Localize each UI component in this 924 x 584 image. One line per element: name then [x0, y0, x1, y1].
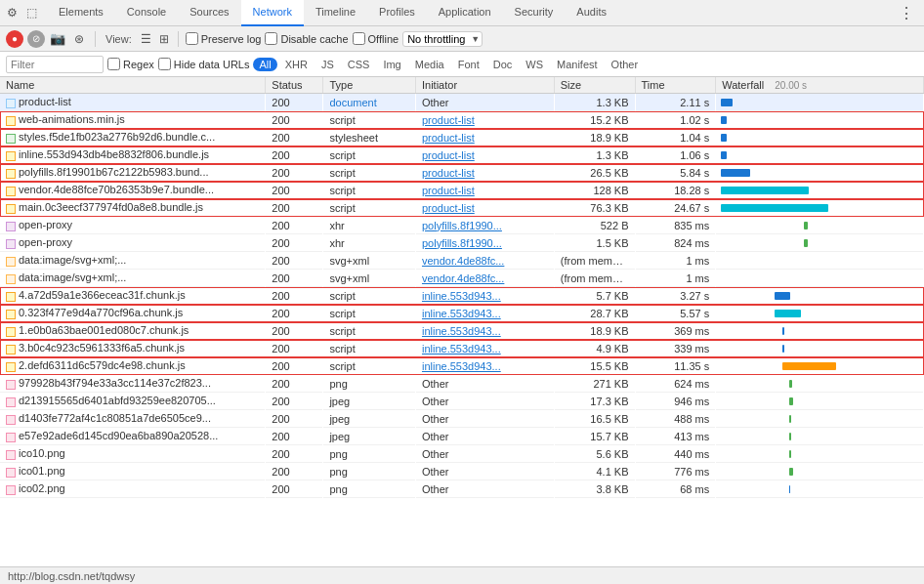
tab-elements[interactable]: Elements [47, 0, 115, 26]
table-row[interactable]: 3.b0c4c923c5961333f6a5.chunk.js200script… [0, 340, 924, 357]
table-row[interactable]: polyfills.8f19901b67c2122b5983.bund...20… [0, 164, 924, 182]
initiator-link[interactable]: inline.553d943... [422, 343, 501, 355]
table-row[interactable]: d213915565d6401abfd93259ee820705...200jp… [0, 393, 924, 410]
cell-initiator[interactable]: polyfills.8f1990... [415, 217, 554, 234]
initiator-link[interactable]: product-list [422, 149, 475, 161]
tab-application[interactable]: Application [427, 0, 503, 26]
filter-type-manifest[interactable]: Manifest [551, 58, 604, 71]
filter-type-doc[interactable]: Doc [487, 58, 519, 71]
filter-button[interactable]: ⊛ [70, 30, 88, 48]
devtools-icon[interactable]: ⚙ [4, 5, 20, 21]
disable-cache-check[interactable]: Disable cache [265, 32, 348, 45]
cell-initiator[interactable]: inline.553d943... [415, 357, 554, 375]
filter-type-ws[interactable]: WS [520, 58, 549, 71]
filter-type-css[interactable]: CSS [342, 58, 376, 71]
table-row[interactable]: 2.defd6311d6c579dc4e98.chunk.js200script… [0, 357, 924, 375]
cell-initiator[interactable]: polyfills.8f1990... [415, 234, 554, 252]
initiator-link[interactable]: polyfills.8f1990... [422, 220, 502, 231]
initiator-link[interactable]: product-list [422, 132, 475, 144]
table-row[interactable]: 4.a72d59a1e366eceac31f.chunk.js200script… [0, 287, 924, 305]
filter-input[interactable] [6, 56, 104, 73]
initiator-link[interactable]: product-list [422, 114, 475, 126]
col-header-status[interactable]: Status [266, 77, 323, 94]
cell-initiator[interactable]: inline.553d943... [415, 287, 554, 305]
table-row[interactable]: ico01.png200pngOther4.1 KB776 ms [0, 463, 924, 480]
filter-type-other[interactable]: Other [606, 58, 645, 71]
col-header-waterfall[interactable]: Waterfall 20.00 s [716, 77, 924, 94]
cell-size: 1.5 KB [554, 234, 635, 252]
filter-type-media[interactable]: Media [409, 58, 450, 71]
initiator-link[interactable]: inline.553d943... [422, 308, 501, 319]
cell-initiator[interactable]: vendor.4de88fc... [415, 252, 554, 270]
view-list-button[interactable]: ☰ [139, 32, 153, 46]
cell-initiator[interactable]: inline.553d943... [415, 340, 554, 357]
initiator-link[interactable]: inline.553d943... [422, 325, 501, 337]
table-row[interactable]: ico02.png200pngOther3.8 KB68 ms [0, 480, 924, 498]
table-row[interactable]: main.0c3eecf377974fd0a8e8.bundle.js200sc… [0, 199, 924, 217]
tab-sources[interactable]: Sources [178, 0, 240, 26]
regex-check[interactable]: Regex [107, 58, 154, 70]
initiator-link[interactable]: product-list [422, 202, 475, 214]
table-row[interactable]: 1.e0b0a63bae001ed080c7.chunk.js200script… [0, 322, 924, 340]
col-header-size[interactable]: Size [554, 77, 635, 94]
cell-initiator[interactable]: inline.553d943... [415, 322, 554, 340]
table-row[interactable]: data:image/svg+xml;...200svg+xmlvendor.4… [0, 252, 924, 270]
table-row[interactable]: e57e92ade6d145cd90ea6ba890a20528...200jp… [0, 428, 924, 445]
tab-console[interactable]: Console [115, 0, 178, 26]
filter-type-js[interactable]: JS [315, 58, 340, 71]
initiator-link[interactable]: product-list [422, 167, 475, 179]
filter-type-xhr[interactable]: XHR [279, 58, 314, 71]
tab-timeline[interactable]: Timeline [304, 0, 367, 26]
initiator-link[interactable]: polyfills.8f1990... [422, 237, 502, 249]
cell-initiator[interactable]: inline.553d943... [415, 305, 554, 322]
table-row[interactable]: inline.553d943db4be8832f806.bundle.js200… [0, 146, 924, 164]
filter-type-all[interactable]: All [253, 58, 276, 71]
table-row[interactable]: vendor.4de88fce70b26353b9e7.bundle...200… [0, 182, 924, 199]
table-row[interactable]: 0.323f477e9d4a770cf96a.chunk.js200script… [0, 305, 924, 322]
cell-initiator[interactable]: product-list [415, 129, 554, 146]
col-header-name[interactable]: Name [0, 77, 266, 94]
clear-button[interactable]: ⊘ [27, 30, 45, 48]
initiator-link[interactable]: vendor.4de88fc... [422, 255, 504, 267]
record-button[interactable]: ● [6, 30, 23, 48]
table-row[interactable]: open-proxy200xhrpolyfills.8f1990...1.5 K… [0, 234, 924, 252]
cell-initiator[interactable]: vendor.4de88fc... [415, 270, 554, 287]
cell-initiator[interactable]: product-list [415, 199, 554, 217]
hide-data-check[interactable]: Hide data URLs [158, 58, 250, 70]
col-header-type[interactable]: Type [323, 77, 416, 94]
view-group-button[interactable]: ⊞ [157, 32, 171, 46]
cell-initiator[interactable]: product-list [415, 111, 554, 129]
initiator-link[interactable]: product-list [422, 185, 475, 196]
table-row[interactable]: open-proxy200xhrpolyfills.8f1990...522 B… [0, 217, 924, 234]
table-row[interactable]: 979928b43f794e33a3cc114e37c2f823...200pn… [0, 375, 924, 393]
more-icon[interactable]: ⋮ [893, 4, 920, 22]
table-row[interactable]: data:image/svg+xml;...200svg+xmlvendor.4… [0, 270, 924, 287]
filter-type-img[interactable]: Img [377, 58, 406, 71]
network-table-wrap[interactable]: NameStatusTypeInitiatorSizeTimeWaterfall… [0, 77, 924, 566]
col-header-initiator[interactable]: Initiator [415, 77, 554, 94]
initiator-link[interactable]: inline.553d943... [422, 360, 501, 372]
cell-initiator[interactable]: product-list [415, 146, 554, 164]
tab-security[interactable]: Security [503, 0, 566, 26]
table-row[interactable]: web-animations.min.js200scriptproduct-li… [0, 111, 924, 129]
tab-network[interactable]: Network [241, 0, 304, 26]
initiator-link[interactable]: vendor.4de88fc... [422, 272, 504, 284]
table-row[interactable]: product-list200documentOther1.3 KB2.11 s [0, 94, 924, 111]
inspect-icon[interactable]: ⬚ [23, 5, 39, 21]
table-row[interactable]: ico10.png200pngOther5.6 KB440 ms [0, 445, 924, 463]
cell-initiator: Other [415, 480, 554, 498]
tab-profiles[interactable]: Profiles [367, 0, 427, 26]
filter-type-font[interactable]: Font [452, 58, 485, 71]
tab-audits[interactable]: Audits [565, 0, 618, 26]
screenshot-button[interactable]: 📷 [49, 30, 66, 48]
cell-type: document [323, 94, 416, 111]
offline-check[interactable]: Offline [353, 32, 399, 45]
cell-initiator[interactable]: product-list [415, 164, 554, 182]
table-row[interactable]: d1403fe772af4c1c80851a7de6505ce9...200jp… [0, 410, 924, 428]
table-row[interactable]: styles.f5de1fb023a2776b92d6.bundle.c...2… [0, 129, 924, 146]
throttling-dropdown[interactable]: No throttling [402, 31, 483, 47]
preserve-log-check[interactable]: Preserve log [186, 32, 262, 45]
cell-initiator[interactable]: product-list [415, 182, 554, 199]
col-header-time[interactable]: Time [635, 77, 716, 94]
initiator-link[interactable]: inline.553d943... [422, 290, 501, 302]
